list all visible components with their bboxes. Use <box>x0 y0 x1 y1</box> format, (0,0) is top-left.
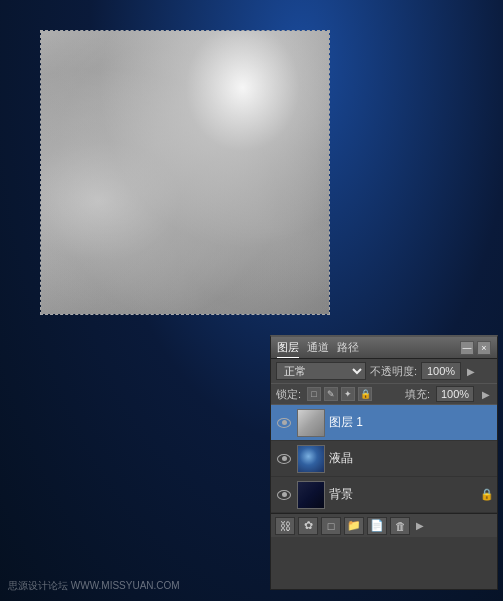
add-mask-btn[interactable]: □ <box>321 517 341 535</box>
eye-pupil-1 <box>282 420 287 425</box>
layer-item-2[interactable]: 液晶 <box>271 441 497 477</box>
add-style-btn[interactable]: ✿ <box>298 517 318 535</box>
lock-paint-btn[interactable]: ✎ <box>324 387 338 401</box>
tab-channels[interactable]: 通道 <box>307 338 329 358</box>
lock-icons: □ ✎ ✦ 🔒 <box>307 387 372 401</box>
delete-layer-btn[interactable]: 🗑 <box>390 517 410 535</box>
fill-value[interactable]: 100% <box>436 386 474 402</box>
layer-1-visibility[interactable] <box>275 414 293 432</box>
layer-3-lock-icon: 🔒 <box>481 488 493 502</box>
layer-2-thumbnail <box>297 445 325 473</box>
layer-1-thumbnail <box>297 409 325 437</box>
layer-3-thumbnail <box>297 481 325 509</box>
panel-minimize-btn[interactable]: — <box>460 341 474 355</box>
layers-list: 图层 1 液晶 背景 🔒 <box>271 405 497 513</box>
link-layers-btn[interactable]: ⛓ <box>275 517 295 535</box>
panel-controls: — × <box>460 341 491 355</box>
eye-icon-3 <box>277 490 291 500</box>
tab-paths[interactable]: 路径 <box>337 338 359 358</box>
opacity-label: 不透明度: <box>370 364 417 379</box>
panel-expand-btn[interactable]: ▶ <box>413 517 427 535</box>
layer-item-3[interactable]: 背景 🔒 <box>271 477 497 513</box>
blend-mode-select[interactable]: 正常 溶解 正片叠底 <box>276 362 366 380</box>
blend-row: 正常 溶解 正片叠底 不透明度: 100% ▶ <box>271 359 497 384</box>
canvas-area <box>40 30 330 315</box>
panel-close-btn[interactable]: × <box>477 341 491 355</box>
opacity-value[interactable]: 100% <box>421 362 461 380</box>
thumb-cloud-1 <box>298 410 324 436</box>
eye-icon-1 <box>277 418 291 428</box>
watermark: 思源设计论坛 WWW.MISSYUAN.COM <box>8 579 180 593</box>
layer-item-1[interactable]: 图层 1 <box>271 405 497 441</box>
thumb-bg-3 <box>298 482 324 508</box>
layer-2-visibility[interactable] <box>275 450 293 468</box>
layer-3-name: 背景 <box>329 486 477 503</box>
opacity-arrow[interactable]: ▶ <box>465 365 477 377</box>
layer-3-visibility[interactable] <box>275 486 293 504</box>
lock-label: 锁定: <box>276 387 301 402</box>
lock-row: 锁定: □ ✎ ✦ 🔒 填充: 100% ▶ <box>271 384 497 405</box>
layers-panel: 图层 通道 路径 — × 正常 溶解 正片叠底 不透明度: 100% ▶ 锁定:… <box>270 335 498 590</box>
thumb-liquid-2 <box>298 446 324 472</box>
eye-pupil-2 <box>282 456 287 461</box>
lock-transparent-btn[interactable]: □ <box>307 387 321 401</box>
layer-2-name: 液晶 <box>329 450 493 467</box>
layer-1-name: 图层 1 <box>329 414 493 431</box>
panel-bottom-toolbar: ⛓ ✿ □ 📁 📄 🗑 ▶ <box>271 513 497 537</box>
panel-titlebar: 图层 通道 路径 — × <box>271 337 497 359</box>
eye-pupil-3 <box>282 492 287 497</box>
panel-tabs: 图层 通道 路径 <box>277 338 359 358</box>
new-group-btn[interactable]: 📁 <box>344 517 364 535</box>
fill-arrow[interactable]: ▶ <box>480 388 492 400</box>
fill-label: 填充: <box>405 387 430 402</box>
cloud-canvas <box>41 31 329 314</box>
lock-move-btn[interactable]: ✦ <box>341 387 355 401</box>
tab-layers[interactable]: 图层 <box>277 338 299 358</box>
new-layer-btn[interactable]: 📄 <box>367 517 387 535</box>
eye-icon-2 <box>277 454 291 464</box>
lock-all-btn[interactable]: 🔒 <box>358 387 372 401</box>
